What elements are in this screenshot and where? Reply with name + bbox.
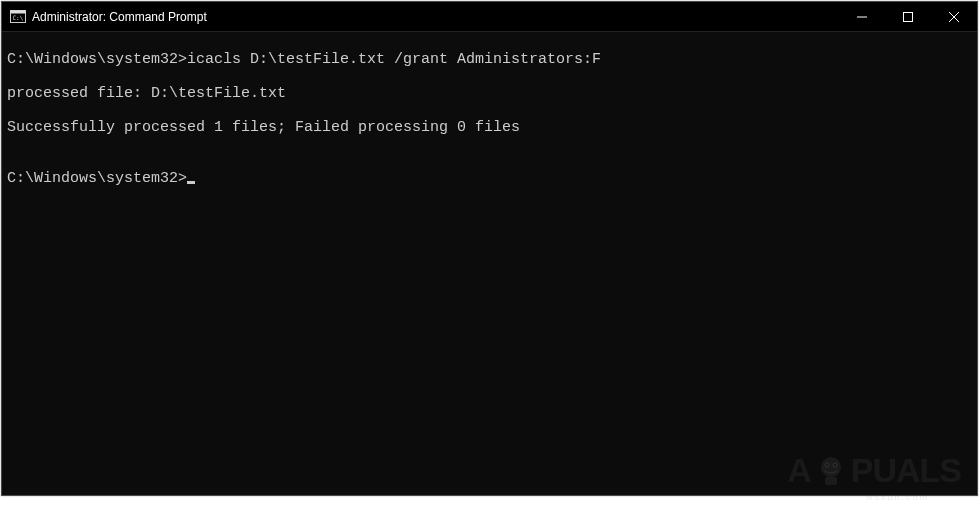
svg-text:C:\: C:\ — [13, 14, 24, 21]
close-button[interactable] — [931, 2, 977, 32]
prompt-text: C:\Windows\system32> — [7, 51, 187, 68]
terminal-line: C:\Windows\system32>icacls D:\testFile.t… — [7, 51, 972, 68]
cmd-window: C:\ Administrator: Command Prompt C:\Win… — [1, 1, 978, 496]
window-title: Administrator: Command Prompt — [32, 10, 839, 24]
terminal-output: Successfully processed 1 files; Failed p… — [7, 119, 972, 136]
terminal-area[interactable]: C:\Windows\system32>icacls D:\testFile.t… — [2, 32, 977, 495]
terminal-line: C:\Windows\system32> — [7, 170, 972, 187]
prompt-text: C:\Windows\system32> — [7, 170, 187, 187]
cmd-icon: C:\ — [10, 9, 26, 25]
terminal-output: processed file: D:\testFile.txt — [7, 85, 972, 102]
maximize-button[interactable] — [885, 2, 931, 32]
minimize-button[interactable] — [839, 2, 885, 32]
window-controls — [839, 2, 977, 31]
titlebar[interactable]: C:\ Administrator: Command Prompt — [2, 2, 977, 32]
cursor — [187, 181, 195, 184]
command-text: icacls D:\testFile.txt /grant Administra… — [187, 51, 601, 68]
svg-rect-4 — [904, 13, 913, 22]
